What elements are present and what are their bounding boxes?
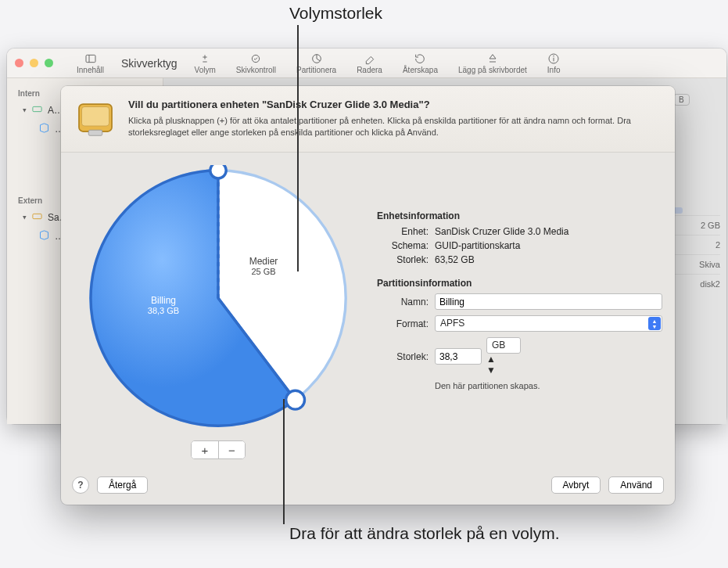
format-value: APFS — [435, 315, 662, 332]
partition-info-heading: Partitionsinformation — [377, 278, 662, 289]
plus-minus-icon — [199, 52, 211, 65]
partition-sheet: Vill du partitionera enheten "SanDisk Cr… — [61, 86, 675, 505]
size-unit-select[interactable]: GB ▲▼ — [486, 337, 521, 376]
svg-rect-12 — [33, 214, 41, 218]
add-partition-button[interactable]: + — [192, 441, 218, 458]
minimize-window-icon[interactable] — [30, 59, 38, 67]
resize-handle-bottom[interactable] — [286, 390, 305, 409]
toolbar-view-button[interactable]: Innehåll — [69, 52, 112, 74]
external-disk-icon — [31, 210, 43, 225]
titlebar: Innehåll Skivverktyg Volym Skivkontroll … — [7, 49, 726, 78]
toolbar-partition-label: Partitionera — [296, 66, 336, 74]
toolbar-restore-label: Återskapa — [403, 66, 438, 74]
sheet-header: Vill du partitionera enheten "SanDisk Cr… — [61, 86, 675, 153]
pointer-line-top — [297, 25, 299, 271]
total-size-label: Storlek: — [377, 254, 429, 265]
remove-partition-button[interactable]: − — [218, 441, 245, 458]
size-label: Storlek: — [377, 351, 429, 362]
svg-rect-0 — [86, 55, 95, 62]
window-controls — [15, 59, 53, 67]
sheet-title: Vill du partitionera enheten "SanDisk Cr… — [128, 99, 662, 110]
sheet-description: Klicka på plusknappen (+) för att öka an… — [128, 115, 662, 138]
partition-pie-chart[interactable]: Billing 38,3 GB Medier 25 GB — [85, 165, 351, 431]
disclosure-triangle-icon[interactable]: ▸ — [21, 216, 29, 220]
toolbar-view-label: Innehåll — [77, 66, 104, 74]
annotation-bottom: Dra för att ändra storlek på en volym. — [289, 524, 560, 543]
name-label: Namn: — [377, 297, 429, 307]
partition-name-input[interactable] — [435, 293, 662, 310]
sidebar-list-icon — [84, 52, 97, 65]
device-label: Enhet: — [377, 226, 429, 237]
toolbar-erase-label: Radera — [357, 66, 382, 74]
container-icon — [38, 122, 50, 136]
device-info-heading: Enhetsinformation — [377, 210, 662, 221]
cancel-button[interactable]: Avbryt — [551, 476, 601, 494]
partition-note: Den här partitionen skapas. — [435, 381, 662, 390]
external-hd-icon — [74, 99, 117, 142]
disclosure-triangle-icon[interactable]: ▸ — [21, 109, 29, 113]
close-window-icon[interactable] — [15, 59, 23, 67]
scheme-value: GUID-partitionskarta — [435, 240, 662, 251]
restore-icon — [414, 52, 426, 65]
toolbar-restore-button[interactable]: Återskapa — [395, 52, 446, 74]
chevron-up-down-icon: ▲▼ — [486, 354, 521, 376]
svg-rect-14 — [82, 107, 109, 127]
container-icon — [38, 229, 50, 243]
internal-disk-icon — [31, 103, 43, 117]
app-title: Skivverktyg — [117, 57, 182, 70]
toolbar-erase-button[interactable]: Radera — [349, 52, 390, 74]
pie-icon — [310, 52, 323, 65]
resize-handle-top[interactable] — [210, 165, 226, 178]
format-select[interactable]: APFS ▲▼ — [435, 315, 662, 332]
toolbar-info-label: Info — [547, 66, 561, 74]
partition-size-input[interactable] — [435, 348, 482, 365]
help-button[interactable]: ? — [72, 476, 89, 494]
annotation-top: Volymstorlek — [289, 4, 382, 23]
scheme-label: Schema: — [377, 240, 429, 251]
info-icon — [547, 52, 560, 65]
revert-button[interactable]: Återgå — [97, 476, 148, 494]
toolbar-info-button[interactable]: Info — [540, 52, 568, 74]
toolbar-firstaid-label: Skivkontroll — [236, 66, 276, 74]
mount-icon — [486, 52, 499, 65]
toolbar-mount-label: Lägg på skrivbordet — [458, 66, 527, 74]
zoom-window-icon[interactable] — [45, 59, 53, 67]
total-size-value: 63,52 GB — [435, 254, 662, 265]
erase-icon — [364, 52, 376, 65]
chevron-up-down-icon: ▲▼ — [648, 317, 661, 330]
add-remove-partition: + − — [191, 440, 246, 459]
device-value: SanDisk Cruzer Glide 3.0 Media — [435, 226, 662, 237]
toolbar-volume-label: Volym — [195, 66, 216, 74]
toolbar-volume-button[interactable]: Volym — [187, 52, 224, 74]
svg-point-10 — [554, 56, 554, 56]
toolbar-firstaid-button[interactable]: Skivkontroll — [228, 52, 284, 74]
format-label: Format: — [377, 318, 429, 329]
svg-rect-11 — [33, 106, 41, 111]
toolbar-mount-button[interactable]: Lägg på skrivbordet — [450, 52, 535, 74]
stethoscope-icon — [249, 52, 262, 65]
svg-rect-15 — [88, 130, 102, 135]
apply-button[interactable]: Använd — [608, 476, 664, 494]
size-unit-value: GB — [486, 337, 521, 354]
pointer-line-bottom — [283, 399, 285, 524]
